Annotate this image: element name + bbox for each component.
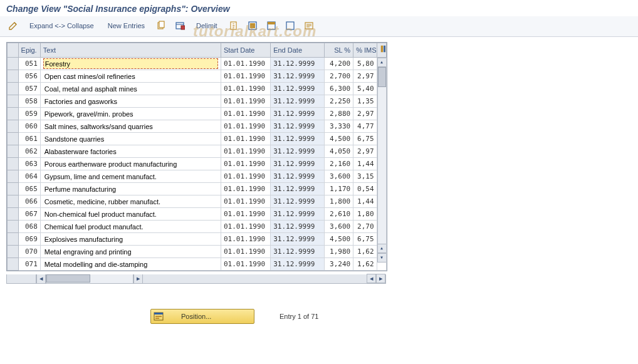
cell-start-date[interactable]: 01.01.1990 (221, 83, 270, 95)
cell-end-date[interactable]: 31.12.9999 (271, 246, 325, 258)
col-header-ims[interactable]: % IMS (353, 43, 377, 58)
cell-end-date[interactable]: 31.12.9999 (271, 133, 325, 145)
delete-icon[interactable] (172, 19, 188, 33)
row-selector[interactable] (8, 246, 19, 258)
delimit-button[interactable]: Delimit (191, 19, 223, 33)
cell-ims[interactable]: 1,35 (353, 95, 377, 108)
cell-end-date[interactable]: 31.12.9999 (271, 145, 325, 158)
vscroll-up-icon[interactable]: ▴ (377, 58, 387, 67)
cell-start-date[interactable]: 01.01.1990 (221, 246, 270, 258)
cell-ims[interactable]: 4,77 (353, 120, 377, 133)
cell-epig[interactable]: 059 (18, 108, 40, 120)
deselect-icon[interactable] (282, 19, 298, 33)
text-input[interactable] (43, 133, 218, 144)
cell-end-date[interactable]: 31.12.9999 (271, 195, 325, 208)
text-input[interactable] (43, 246, 218, 257)
cell-ims[interactable]: 6,75 (353, 133, 377, 145)
row-selector[interactable] (8, 233, 19, 246)
cell-end-date[interactable]: 31.12.9999 (271, 108, 325, 120)
hscroll-thumb[interactable] (46, 274, 90, 283)
col-header-start[interactable]: Start Date (221, 43, 270, 58)
cell-start-date[interactable]: 01.01.1990 (221, 195, 270, 208)
row-selector[interactable] (8, 133, 19, 145)
cell-epig[interactable]: 068 (18, 221, 40, 233)
row-selector[interactable] (8, 70, 19, 83)
cell-end-date[interactable]: 31.12.9999 (271, 170, 325, 183)
cell-start-date[interactable]: 01.01.1990 (221, 58, 270, 70)
cell-sl[interactable]: 4,500 (324, 233, 353, 246)
cell-end-date[interactable]: 31.12.9999 (271, 58, 325, 70)
cell-end-date[interactable]: 31.12.9999 (271, 83, 325, 95)
text-input[interactable] (43, 259, 218, 269)
print-icon[interactable] (301, 19, 317, 33)
cell-sl[interactable]: 4,500 (324, 133, 353, 145)
row-selector[interactable] (8, 58, 19, 70)
cell-start-date[interactable]: 01.01.1990 (221, 70, 270, 83)
vscroll-pgup-icon[interactable]: ▴ (377, 244, 387, 253)
cell-ims[interactable]: 1,44 (353, 158, 377, 170)
row-selector[interactable] (8, 208, 19, 221)
cell-sl[interactable]: 1,800 (324, 195, 353, 208)
cell-sl[interactable]: 3,600 (324, 170, 353, 183)
cell-ims[interactable]: 1,62 (353, 246, 377, 258)
cell-epig[interactable]: 065 (18, 183, 40, 195)
text-input[interactable] (43, 221, 218, 232)
cell-epig[interactable]: 069 (18, 233, 40, 246)
cell-start-date[interactable]: 01.01.1990 (221, 258, 270, 271)
cell-epig[interactable]: 056 (18, 70, 40, 83)
cell-end-date[interactable]: 31.12.9999 (271, 221, 325, 233)
cell-ims[interactable]: 3,15 (353, 170, 377, 183)
cell-start-date[interactable]: 01.01.1990 (221, 145, 270, 158)
cell-ims[interactable]: 5,80 (353, 58, 377, 70)
cell-sl[interactable]: 2,250 (324, 95, 353, 108)
cell-epig[interactable]: 067 (18, 208, 40, 221)
cell-epig[interactable]: 066 (18, 195, 40, 208)
copy-icon[interactable] (153, 19, 169, 33)
row-selector[interactable] (8, 145, 19, 158)
cell-start-date[interactable]: 01.01.1990 (221, 120, 270, 133)
row-selector[interactable] (8, 120, 19, 133)
cell-sl[interactable]: 2,880 (324, 108, 353, 120)
text-input[interactable] (43, 71, 218, 81)
cell-end-date[interactable]: 31.12.9999 (271, 183, 325, 195)
cell-start-date[interactable]: 01.01.1990 (221, 108, 270, 120)
cell-sl[interactable]: 2,610 (324, 208, 353, 221)
expand-collapse-button[interactable]: Expand <-> Collapse (24, 19, 100, 33)
text-input[interactable] (43, 83, 218, 94)
vscroll-thumb[interactable] (378, 67, 386, 87)
cell-epig[interactable]: 070 (18, 246, 40, 258)
cell-start-date[interactable]: 01.01.1990 (221, 233, 270, 246)
hscroll-left-icon[interactable]: ◂ (36, 274, 46, 284)
undo-icon[interactable] (226, 19, 242, 33)
cell-start-date[interactable]: 01.01.1990 (221, 158, 270, 170)
cell-ims[interactable]: 1,44 (353, 195, 377, 208)
col-header-epig[interactable]: Epig. (18, 43, 40, 58)
col-header-sl[interactable]: SL % (324, 43, 353, 58)
text-input[interactable] (43, 108, 218, 119)
row-selector[interactable] (8, 258, 19, 271)
row-selector[interactable] (8, 170, 19, 183)
select-block-icon[interactable] (263, 19, 280, 33)
cell-sl[interactable]: 3,600 (324, 221, 353, 233)
cell-epig[interactable]: 057 (18, 83, 40, 95)
cell-sl[interactable]: 6,300 (324, 83, 353, 95)
cell-ims[interactable]: 0,54 (353, 183, 377, 195)
cell-epig[interactable]: 071 (18, 258, 40, 271)
cell-sl[interactable]: 1,170 (324, 183, 353, 195)
cell-start-date[interactable]: 01.01.1990 (221, 133, 270, 145)
position-button[interactable]: Position... (150, 309, 254, 324)
new-entries-button[interactable]: New Entries (102, 19, 150, 33)
hscroll-left2-icon[interactable]: ◂ (367, 274, 376, 283)
configure-columns-icon[interactable] (377, 43, 386, 58)
cell-epig[interactable]: 060 (18, 120, 40, 133)
cell-sl[interactable]: 3,240 (324, 258, 353, 271)
cell-end-date[interactable]: 31.12.9999 (271, 233, 325, 246)
hscroll-track[interactable] (46, 274, 133, 284)
text-input[interactable] (43, 121, 218, 132)
text-input[interactable] (43, 196, 218, 207)
text-input[interactable] (43, 58, 218, 69)
cell-epig[interactable]: 061 (18, 133, 40, 145)
cell-sl[interactable]: 4,200 (324, 58, 353, 70)
cell-sl[interactable]: 3,330 (324, 120, 353, 133)
cell-epig[interactable]: 064 (18, 170, 40, 183)
